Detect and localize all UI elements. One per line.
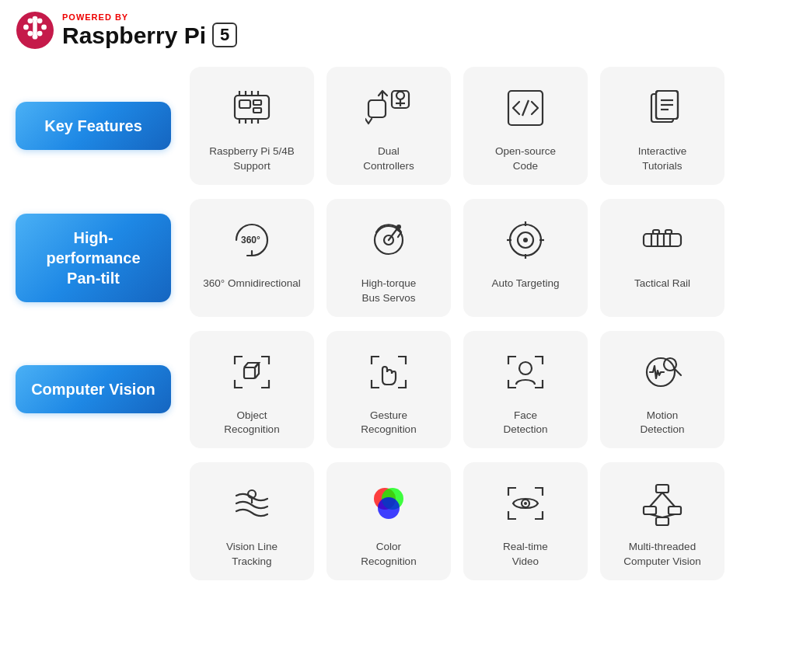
computer-vision-row: Computer Vision ObjectRecognition [16, 331, 780, 449]
gesture-recognition-card: GestureRecognition [326, 331, 451, 449]
pan-tilt-icons: 360° 360° Omnidirectional High-torqu [190, 199, 780, 317]
computer-vision-sub-row: Vision LineTracking ColorRecognition [190, 462, 780, 580]
face-detection-card: FaceDetection [463, 331, 588, 449]
code-bracket-icon [498, 81, 553, 135]
svg-point-4 [23, 25, 29, 30]
svg-point-5 [41, 25, 47, 30]
map-icon [225, 476, 279, 531]
auto-targeting-label: Auto Targeting [492, 277, 560, 291]
realtime-video-label: Real-timeVideo [503, 540, 548, 569]
svg-line-60 [675, 369, 681, 375]
header-text: POWERED BY Raspberry Pi 5 [62, 12, 237, 47]
motion-detection-card: MotionDetection [600, 331, 724, 449]
rpi-title-text: Raspberry Pi [62, 23, 206, 48]
key-features-label: Key Features [16, 102, 171, 150]
tutorials-card: InteractiveTutorials [600, 67, 724, 185]
dual-controllers-icon [361, 81, 416, 135]
gesture-recognition-label: GestureRecognition [361, 409, 416, 438]
auto-targeting-card: Auto Targeting [463, 199, 588, 317]
rpi-logo-icon [16, 11, 54, 50]
svg-rect-68 [656, 485, 669, 493]
omnidirectional-card: 360° 360° Omnidirectional [190, 199, 314, 317]
svg-rect-48 [644, 234, 681, 246]
computer-vision-sub-icons: Vision LineTracking ColorRecognition [190, 462, 724, 580]
svg-line-29 [522, 100, 529, 116]
svg-line-72 [650, 493, 662, 507]
multi-threaded-card: Multi-threadedComputer Vision [600, 462, 724, 580]
circuit-icon [225, 81, 279, 135]
svg-rect-55 [244, 367, 255, 378]
color-recognition-card: ColorRecognition [326, 462, 451, 580]
rpi-support-card: Raspberry Pi 5/4BSupport [190, 67, 314, 185]
svg-rect-69 [644, 507, 656, 514]
svg-line-73 [662, 493, 675, 507]
svg-rect-12 [253, 100, 261, 105]
svg-rect-9 [33, 19, 37, 37]
vision-line-card: Vision LineTracking [190, 462, 314, 580]
pan-tilt-label: High-performancePan-tilt [16, 214, 171, 302]
tutorials-label: InteractiveTutorials [638, 144, 686, 174]
face-icon [498, 345, 553, 399]
svg-rect-53 [653, 230, 659, 234]
svg-rect-70 [669, 507, 681, 514]
object-recognition-card: ObjectRecognition [190, 331, 314, 449]
multi-threaded-label: Multi-threadedComputer Vision [623, 540, 701, 569]
svg-rect-11 [239, 100, 250, 108]
key-features-row: Key Features Ras [16, 67, 780, 185]
svg-text:360°: 360° [241, 235, 260, 245]
face-detection-label: FaceDetection [503, 409, 547, 438]
color-recognition-label: ColorRecognition [361, 540, 416, 569]
computer-vision-label: Computer Vision [16, 365, 171, 413]
tactical-rail-label: Tactical Rail [634, 277, 690, 291]
dual-controllers-card: DualControllers [326, 67, 451, 185]
motion-detection-label: MotionDetection [640, 409, 684, 438]
svg-rect-54 [665, 230, 672, 234]
open-source-card: Open-sourceCode [463, 67, 588, 185]
open-source-label: Open-sourceCode [495, 144, 556, 174]
svg-line-75 [662, 514, 675, 517]
object-icon [225, 345, 279, 399]
powered-by-label: POWERED BY [62, 12, 237, 22]
svg-line-74 [650, 514, 662, 517]
document-icon [635, 81, 690, 135]
computer-vision-icons: ObjectRecognition GestureRecognition [190, 331, 780, 449]
svg-point-25 [396, 92, 404, 99]
svg-point-67 [524, 502, 527, 505]
svg-rect-71 [656, 517, 669, 525]
dual-controllers-label: DualControllers [363, 144, 414, 174]
360-icon: 360° [225, 213, 279, 267]
rpi-title: Raspberry Pi 5 [62, 23, 237, 48]
svg-rect-22 [368, 100, 386, 117]
tactical-rail-card: Tactical Rail [600, 199, 724, 317]
realtime-video-card: Real-timeVideo [463, 462, 588, 580]
svg-point-2 [37, 18, 43, 23]
pan-tilt-row: High-performancePan-tilt 360° 360° Omnid… [16, 199, 780, 317]
network-icon [635, 476, 690, 531]
targeting-icon [498, 213, 553, 267]
vision-line-label: Vision LineTracking [226, 540, 278, 569]
key-features-icons: Raspberry Pi 5/4BSupport [190, 67, 780, 185]
eye-icon [498, 476, 553, 531]
rpi-support-label: Raspberry Pi 5/4BSupport [209, 144, 295, 174]
svg-point-6 [27, 31, 33, 37]
omnidirectional-label: 360° Omnidirectional [203, 277, 300, 291]
color-icon [361, 476, 416, 531]
svg-point-43 [523, 238, 528, 242]
svg-point-1 [27, 18, 33, 23]
svg-point-57 [519, 362, 532, 374]
servo-icon [361, 213, 416, 267]
svg-rect-13 [253, 108, 261, 113]
header: POWERED BY Raspberry Pi 5 [16, 8, 780, 53]
svg-point-65 [378, 497, 400, 519]
version-badge: 5 [212, 23, 237, 47]
bus-servos-card: High-torqueBus Servos [326, 199, 451, 317]
motion-icon [635, 345, 690, 399]
bus-servos-label: High-torqueBus Servos [361, 277, 417, 306]
rail-icon [635, 213, 690, 267]
svg-point-7 [37, 31, 43, 37]
object-recognition-label: ObjectRecognition [224, 409, 279, 438]
gesture-icon [361, 345, 416, 399]
